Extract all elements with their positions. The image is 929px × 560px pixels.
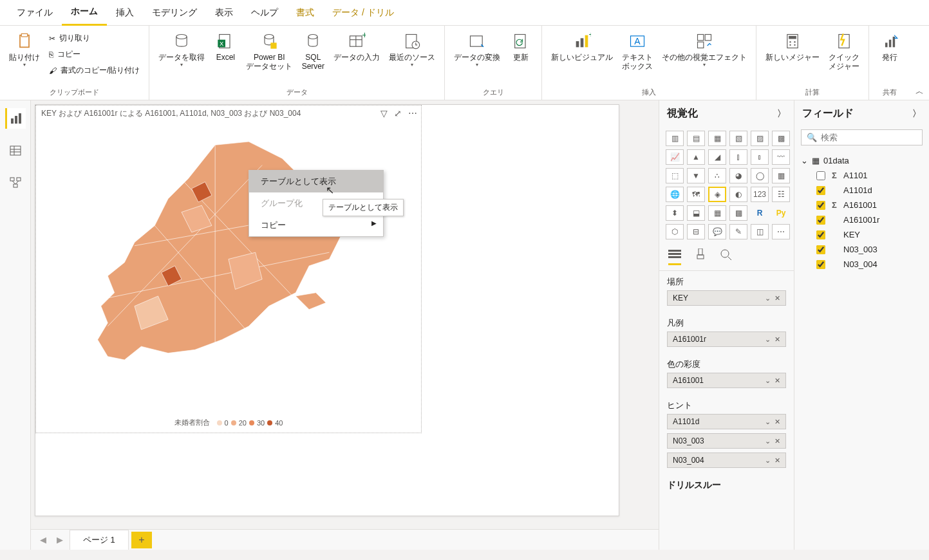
viz-clustered-col[interactable]: ▧ [729, 131, 747, 146]
publish-button[interactable]: 発行 [874, 28, 905, 64]
data-view-button[interactable] [5, 140, 26, 161]
field-item-A1101[interactable]: ΣA1101 [801, 168, 923, 183]
field-checkbox[interactable] [816, 245, 825, 254]
viz-narrative[interactable]: ✎ [729, 224, 747, 239]
new-visual-button[interactable]: + 新しいビジュアル [547, 28, 617, 64]
more-visuals-button[interactable]: その他の視覚エフェクト▾ [658, 28, 751, 70]
remove-icon[interactable]: ✕ [774, 294, 780, 303]
field-item-A161001[interactable]: ΣA161001 [801, 198, 923, 212]
viz-line-col[interactable]: ⫿ [729, 149, 747, 165]
copy-button[interactable]: ⎘コピー [45, 47, 144, 62]
viz-line[interactable]: 📈 [666, 149, 684, 165]
more-options-icon[interactable]: ⋯ [408, 108, 417, 118]
saturation-well[interactable]: A161001⌄✕ [667, 373, 786, 388]
refresh-button[interactable]: 更新 [505, 28, 536, 64]
viz-100-bar[interactable]: ▨ [751, 131, 769, 146]
chevron-down-icon[interactable]: ⌄ [765, 377, 771, 385]
field-item-KEY[interactable]: KEY [801, 227, 923, 242]
viz-shape-map[interactable]: ◈ [708, 187, 726, 202]
viz-r-script[interactable]: R [751, 205, 769, 221]
viz-card[interactable]: 123 [751, 187, 769, 202]
viz-donut[interactable]: ◯ [751, 168, 769, 183]
menu-insert[interactable]: 挿入 [107, 0, 143, 26]
excel-button[interactable]: X Excel [210, 28, 241, 64]
legend-well[interactable]: A161001r⌄✕ [667, 331, 786, 347]
add-page-button[interactable]: + [131, 532, 152, 548]
viz-paginated[interactable]: ◫ [751, 224, 769, 239]
remove-icon[interactable]: ✕ [774, 456, 780, 465]
text-box-button[interactable]: A テキスト ボックス [618, 28, 657, 74]
field-item-N03_004[interactable]: N03_004 [801, 257, 923, 272]
remove-icon[interactable]: ✕ [774, 437, 780, 445]
new-measure-button[interactable]: 新しいメジャー [762, 28, 823, 64]
viz-line-col2[interactable]: ⫾ [751, 149, 769, 165]
fields-panel-collapse[interactable]: 〉 [912, 108, 921, 120]
page-tab-1[interactable]: ページ 1 [70, 530, 129, 550]
viz-filled-map[interactable]: 🗺 [687, 187, 705, 202]
format-painter-button[interactable]: 🖌書式のコピー/貼り付け [45, 63, 144, 78]
viz-funnel[interactable]: ▼ [687, 168, 705, 183]
quick-measure-button[interactable]: クイック メジャー [825, 28, 863, 74]
fields-search[interactable]: 🔍 [801, 129, 923, 145]
viz-key-influencers[interactable]: ⬡ [666, 224, 684, 239]
sql-server-button[interactable]: SQL Server [297, 28, 328, 74]
viz-100-col[interactable]: ▩ [772, 131, 790, 146]
viz-qa[interactable]: 💬 [708, 224, 726, 239]
get-data-button[interactable]: データを取得▾ [155, 28, 209, 70]
viz-clustered-bar[interactable]: ▤ [687, 131, 705, 146]
field-item-A1101d[interactable]: A1101d [801, 183, 923, 198]
viz-stacked-bar[interactable]: ▥ [666, 131, 684, 146]
viz-slicer[interactable]: ⬓ [687, 205, 705, 221]
model-view-button[interactable] [5, 173, 26, 193]
menu-help[interactable]: ヘルプ [242, 0, 287, 26]
filter-icon[interactable]: ▽ [380, 108, 388, 118]
chevron-down-icon[interactable]: ⌄ [765, 335, 771, 344]
fields-tab[interactable] [668, 248, 681, 265]
viz-python[interactable]: Py [772, 205, 790, 221]
pbi-dataset-button[interactable]: Power BI データセット [242, 28, 296, 74]
field-checkbox[interactable] [816, 260, 825, 269]
analytics-tab[interactable] [720, 248, 733, 265]
location-well[interactable]: KEY⌄✕ [667, 290, 786, 306]
field-item-A161001r[interactable]: A161001r [801, 212, 923, 227]
chevron-down-icon[interactable]: ⌄ [765, 418, 771, 426]
chevron-down-icon[interactable]: ⌄ [765, 294, 771, 303]
enter-data-button[interactable]: + データの入力 [330, 28, 384, 64]
field-checkbox[interactable] [816, 186, 825, 195]
tooltip-well-1[interactable]: N03_003⌄✕ [667, 433, 786, 449]
viz-table[interactable]: ▦ [708, 205, 726, 221]
menu-format[interactable]: 書式 [287, 0, 323, 26]
tooltip-well-2[interactable]: N03_004⌄✕ [667, 453, 786, 468]
viz-gauge[interactable]: ◐ [729, 187, 747, 202]
chevron-down-icon[interactable]: ⌄ [765, 456, 771, 465]
table-01data[interactable]: ⌄ ▦ 01data [801, 153, 923, 168]
search-input[interactable] [821, 133, 929, 142]
menu-data-drill[interactable]: データ / ドリル [323, 0, 403, 26]
report-view-button[interactable] [5, 108, 26, 129]
context-show-as-table[interactable]: テーブルとして表示 [249, 171, 383, 192]
viz-multi-card[interactable]: ☷ [772, 187, 790, 202]
ribbon-collapse-button[interactable]: ︿ [915, 86, 924, 97]
menu-file[interactable]: ファイル [8, 0, 62, 26]
page-next-button[interactable]: ▶ [53, 535, 67, 545]
viz-kpi[interactable]: ⬍ [666, 205, 684, 221]
viz-stacked-area[interactable]: ◢ [708, 149, 726, 165]
viz-map[interactable]: 🌐 [666, 187, 684, 202]
field-checkbox[interactable] [816, 201, 825, 210]
transform-data-button[interactable]: データの変換▾ [450, 28, 504, 70]
viz-scatter[interactable]: ∴ [708, 168, 726, 183]
field-checkbox[interactable] [816, 230, 825, 239]
remove-icon[interactable]: ✕ [774, 418, 780, 426]
recent-sources-button[interactable]: 最近のソース▾ [385, 28, 439, 70]
viz-stacked-col[interactable]: ▦ [708, 131, 726, 146]
menu-home[interactable]: ホーム [62, 0, 107, 26]
viz-treemap[interactable]: ▦ [772, 168, 790, 183]
page-prev-button[interactable]: ◀ [36, 535, 50, 545]
tooltip-well-0[interactable]: A1101d⌄✕ [667, 414, 786, 429]
viz-area[interactable]: ▲ [687, 149, 705, 165]
menu-view[interactable]: 表示 [206, 0, 242, 26]
field-checkbox[interactable] [816, 216, 825, 225]
remove-icon[interactable]: ✕ [774, 377, 780, 385]
paste-button[interactable]: 貼り付け ▾ [5, 28, 44, 70]
viz-pie[interactable]: ◕ [729, 168, 747, 183]
